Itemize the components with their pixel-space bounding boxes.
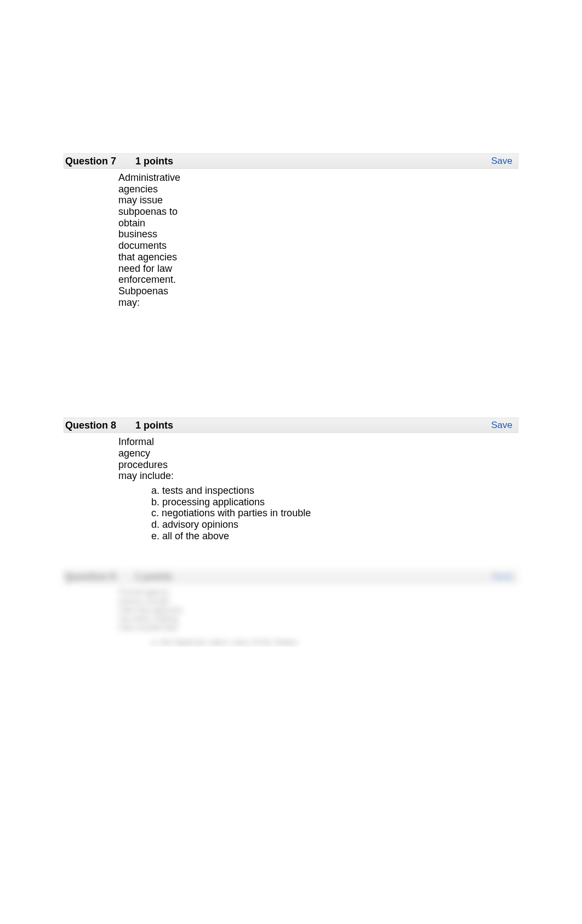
question-8-block: Question 8 1 points Save Informal agency… (64, 418, 518, 541)
question-points: 1 points (135, 420, 173, 431)
save-button[interactable]: Save (491, 156, 512, 167)
option-a: a. the National Labor Laws of the States (64, 632, 518, 647)
option-e[interactable]: e. all of the above (151, 531, 518, 542)
question-number: Question 9 (64, 571, 135, 583)
question-text: Formal agency actions include rules that… (64, 584, 184, 631)
question-header: Question 7 1 points Save (64, 153, 518, 169)
question-text: Informal agency procedures may include: (118, 436, 181, 482)
question-body: Administrative agencies may issue subpoe… (64, 169, 518, 308)
options-list: a. tests and inspections b. processing a… (118, 482, 518, 541)
question-points: 1 points (135, 156, 173, 167)
option-c[interactable]: c. negotiations with parties in trouble (151, 507, 518, 519)
option-b[interactable]: b. processing applications (151, 497, 518, 508)
question-number: Question 8 (64, 420, 135, 431)
question-number: Question 7 (64, 156, 135, 167)
option-a[interactable]: a. tests and inspections (151, 485, 518, 497)
question-7-block: Question 7 1 points Save Administrative … (64, 153, 518, 390)
question-header: Question 8 1 points Save (64, 418, 518, 433)
option-d[interactable]: d. advisory opinions (151, 519, 518, 531)
save-button[interactable]: Save (491, 420, 512, 431)
question-text: Administrative agencies may issue subpoe… (118, 172, 179, 308)
question-points: 1 points (135, 571, 173, 583)
question-header: Question 9 1 points Save (64, 569, 518, 584)
question-body: Informal agency procedures may include: … (64, 433, 518, 541)
save-button: Save (492, 571, 513, 582)
question-9-block-blurred: Question 9 1 points Save Formal agency a… (64, 569, 518, 646)
